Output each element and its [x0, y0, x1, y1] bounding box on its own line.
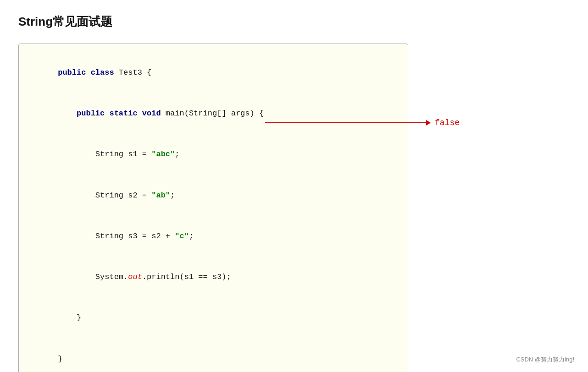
- arrow-label-false: false: [435, 118, 460, 127]
- code-line: public static void main(String[] args) {: [30, 93, 397, 134]
- code-box-1: public class Test3 { public static void …: [18, 44, 408, 372]
- code-line: String s3 = s2 + "c";: [30, 216, 397, 257]
- code-line: }: [30, 339, 397, 372]
- code-line: public class Test3 {: [30, 52, 397, 93]
- code-line: String s2 = "ab";: [30, 175, 397, 216]
- code-line: String s1 = "abc";: [30, 134, 397, 175]
- code-line: }: [30, 298, 397, 339]
- code-line-arrow-1: System.out.println(s1 == s3);: [30, 257, 397, 297]
- page-title: String常见面试题: [18, 14, 570, 30]
- code-section-1: public class Test3 { public static void …: [18, 44, 523, 372]
- watermark: CSDN @努力努力ing!: [516, 356, 574, 364]
